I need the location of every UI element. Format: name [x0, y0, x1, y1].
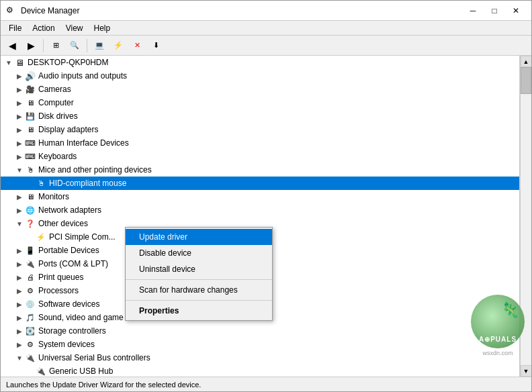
computer-expand-icon: ▶ [14, 97, 25, 108]
display-label: Display adapters [38, 125, 98, 134]
properties-button[interactable]: ⊞ [47, 38, 64, 54]
status-bar: Launches the Update Driver Wizard for th… [1, 377, 531, 391]
keyboards-icon: ⌨ [25, 151, 36, 162]
tree-item-network[interactable]: ▶ 🌐 Network adapters [1, 203, 519, 217]
monitors-icon: 🖥 [25, 191, 36, 202]
storage-expand-icon: ▶ [14, 326, 25, 336]
tree-item-disk[interactable]: ▶ 💾 Disk drives [1, 109, 519, 123]
disk-icon: 💾 [25, 111, 36, 121]
usb-icon: 🔌 [25, 352, 36, 363]
tree-item-keyboards[interactable]: ▶ ⌨ Keyboards [1, 150, 519, 163]
forward-button[interactable]: ▶ [22, 38, 40, 54]
remove-button[interactable]: ✕ [128, 38, 146, 54]
minimize-button[interactable]: ─ [463, 4, 483, 17]
cameras-expand-icon: ▶ [14, 84, 25, 95]
menu-help[interactable]: Help [89, 22, 116, 34]
tree-item-audio[interactable]: ▶ 🔊 Audio inputs and outputs [1, 69, 519, 83]
pci-label: PCI Simple Com... [49, 232, 116, 242]
title-bar: ⚙ Device Manager ─ □ ✕ [1, 1, 531, 21]
content-area: ▼ 🖥 DESKTOP-QKP0HDM ▶ 🔊 Audio inputs and… [1, 56, 531, 377]
close-button[interactable]: ✕ [506, 4, 526, 17]
display-expand-icon: ▶ [14, 124, 25, 135]
tree-item-system[interactable]: ▶ ⚙ System devices [1, 338, 519, 351]
tree-root[interactable]: ▼ 🖥 DESKTOP-QKP0HDM [1, 56, 519, 69]
ports-icon: 🔌 [25, 258, 36, 269]
tree-item-usb[interactable]: ▼ 🔌 Universal Serial Bus controllers [1, 351, 519, 364]
root-icon: 🖥 [14, 57, 25, 68]
system-label: System devices [38, 340, 95, 349]
ports-expand-icon: ▶ [14, 258, 25, 269]
tree-item-hid[interactable]: ▶ ⌨ Human Interface Devices [1, 136, 519, 150]
menu-view[interactable]: View [60, 22, 89, 34]
software-expand-icon: ▶ [14, 299, 25, 309]
device-manager-window: ⚙ Device Manager ─ □ ✕ File Action View … [0, 0, 532, 392]
pci-expand-icon [25, 232, 36, 242]
ctx-uninstall-device[interactable]: Uninstall device [126, 261, 272, 277]
tree-item-display[interactable]: ▶ 🖥 Display adapters [1, 123, 519, 136]
back-button[interactable]: ◀ [3, 38, 21, 54]
tree-item-mice[interactable]: ▼ 🖱 Mice and other pointing devices [1, 163, 519, 177]
scroll-up-button[interactable]: ▲ [521, 56, 532, 67]
ctx-scan-hardware[interactable]: Scan for hardware changes [126, 282, 272, 298]
processors-label: Processors [38, 286, 79, 295]
disk-expand-icon: ▶ [14, 111, 25, 121]
portable-icon: 📱 [25, 245, 36, 256]
ctx-separator-2 [126, 300, 272, 301]
menu-action[interactable]: Action [27, 22, 60, 34]
sound-expand-icon: ▶ [14, 312, 25, 323]
scroll-thumb[interactable] [521, 67, 531, 94]
usb-expand-icon: ▼ [14, 352, 25, 363]
update-driver-button[interactable]: 🔍 [66, 38, 83, 54]
ctx-update-driver[interactable]: Update driver [126, 229, 272, 245]
keyboards-expand-icon: ▶ [14, 151, 25, 162]
action-button[interactable]: ⚡ [109, 38, 127, 54]
menu-file[interactable]: File [3, 22, 27, 34]
processors-icon: ⚙ [25, 285, 36, 296]
system-expand-icon: ▶ [14, 339, 25, 350]
maximize-button[interactable]: □ [484, 4, 504, 17]
cameras-label: Cameras [38, 85, 71, 94]
usb-label: Universal Serial Bus controllers [38, 353, 150, 362]
ports-label: Ports (COM & LPT) [38, 259, 108, 268]
network-icon: 🌐 [25, 205, 36, 215]
toolbar-separator-1 [43, 39, 44, 52]
ctx-disable-device[interactable]: Disable device [126, 245, 272, 261]
context-menu: Update driver Disable device Uninstall d… [125, 227, 273, 321]
other-label: Other devices [38, 219, 88, 228]
hid-mouse-icon: 🖱 [36, 178, 46, 189]
tree-item-cameras[interactable]: ▶ 🎥 Cameras [1, 83, 519, 96]
tree-item-hid-mouse[interactable]: 🖱 HID-compliant mouse [1, 177, 519, 190]
scroll-track[interactable] [521, 67, 531, 365]
display-icon: 🖥 [25, 124, 36, 135]
other-icon: ❓ [25, 218, 36, 229]
mice-expand-icon: ▼ [14, 164, 25, 175]
usb-hub1-label: Generic USB Hub [49, 366, 113, 376]
tree-item-computer[interactable]: ▶ 🖥 Computer [1, 96, 519, 109]
device-button[interactable]: 💻 [91, 38, 108, 54]
hid-mouse-expand-icon [25, 178, 36, 189]
tree-item-storage[interactable]: ▶ 💽 Storage controllers [1, 324, 519, 338]
scan-button[interactable]: ⬇ [147, 38, 165, 54]
hid-mouse-label: HID-compliant mouse [49, 179, 126, 188]
network-expand-icon: ▶ [14, 205, 25, 215]
usb-hub1-icon: 🔌 [36, 366, 46, 377]
window-icon: ⚙ [6, 5, 17, 16]
cameras-icon: 🎥 [25, 84, 36, 95]
scroll-down-button[interactable]: ▼ [521, 365, 532, 377]
toolbar: ◀ ▶ ⊞ 🔍 💻 ⚡ ✕ ⬇ [1, 36, 531, 56]
tree-item-usb-hub1[interactable]: 🔌 Generic USB Hub [1, 364, 519, 377]
audio-icon: 🔊 [25, 70, 36, 81]
print-icon: 🖨 [25, 272, 36, 283]
portable-label: Portable Devices [38, 246, 99, 255]
hid-expand-icon: ▶ [14, 138, 25, 148]
monitors-expand-icon: ▶ [14, 191, 25, 202]
system-icon: ⚙ [25, 339, 36, 350]
title-bar-left: ⚙ Device Manager [6, 5, 79, 16]
device-tree[interactable]: ▼ 🖥 DESKTOP-QKP0HDM ▶ 🔊 Audio inputs and… [1, 56, 520, 377]
root-label: DESKTOP-QKP0HDM [28, 58, 108, 67]
tree-item-monitors[interactable]: ▶ 🖥 Monitors [1, 190, 519, 203]
usb-hub1-expand-icon [25, 366, 36, 377]
software-label: Software devices [38, 299, 99, 309]
ctx-properties[interactable]: Properties [126, 303, 272, 319]
vertical-scrollbar[interactable]: ▲ ▼ [520, 56, 531, 377]
